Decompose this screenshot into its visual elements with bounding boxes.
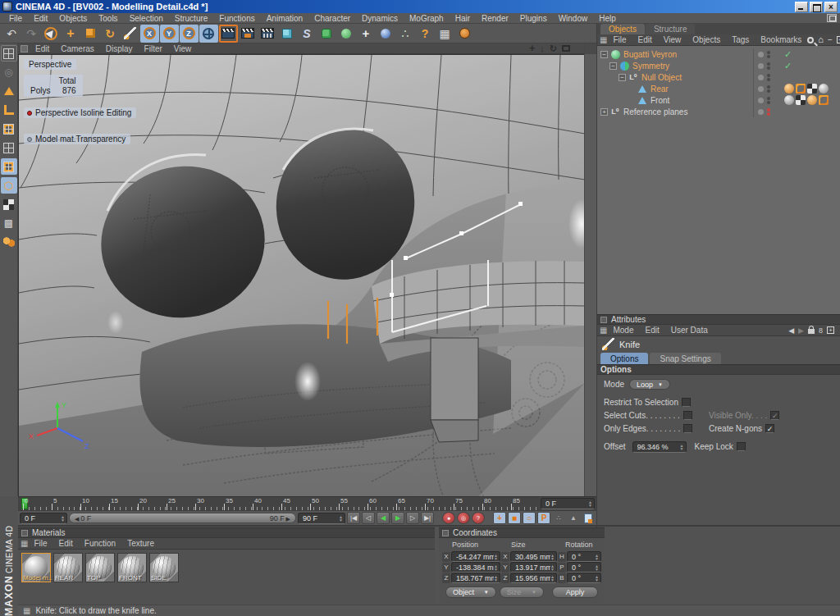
menu-item-functions[interactable]: Functions <box>213 14 260 23</box>
menu-item-animation[interactable]: Animation <box>261 14 308 23</box>
apply-button[interactable]: Apply <box>552 586 598 598</box>
tag-phong[interactable] <box>807 95 817 105</box>
visibility-dots[interactable] <box>753 71 781 83</box>
tree-item-bugatti-veyron[interactable]: −Bugatti Veyron✓ <box>597 48 840 60</box>
history-back-icon[interactable]: ◀ <box>788 326 794 335</box>
expand-toggle-icon[interactable]: + <box>600 108 608 116</box>
viewport-canvas[interactable]: Y X Z Perspective Total Polys876 Perspec… <box>18 54 584 496</box>
position-field-x[interactable]: -54.247 mm▲▼ <box>451 551 500 562</box>
coordinates-panel-icon[interactable] <box>442 530 449 536</box>
size-mode-dropdown[interactable]: Size▼ <box>500 586 544 598</box>
zoom-view-icon[interactable]: ↓ <box>540 44 545 53</box>
position-field-y[interactable]: -138.384 mm▲▼ <box>451 562 500 573</box>
tree-item-front[interactable]: Front <box>597 94 840 106</box>
visibility-dots[interactable] <box>753 94 781 106</box>
texture-mode-button[interactable] <box>1 139 17 156</box>
command-help-button[interactable]: ▦ <box>436 25 454 43</box>
material-thumb-modelm[interactable]: Model m.. <box>21 553 51 582</box>
tab-structure[interactable]: Structure <box>646 24 696 34</box>
layout-button[interactable] <box>1 45 17 62</box>
visibility-dots[interactable] <box>753 60 781 71</box>
current-frame-field[interactable]: 0 F ▲▼ <box>541 498 595 509</box>
autokey-button[interactable]: ◎ <box>457 512 470 524</box>
rotate-button[interactable]: ↻ <box>101 25 120 43</box>
tag-material[interactable] <box>819 84 829 94</box>
rotation-field-b[interactable]: 0 °▲▼ <box>567 573 601 583</box>
collapse-icon[interactable]: − <box>828 36 833 44</box>
menu-item-function[interactable]: Function <box>79 539 121 548</box>
snap-settings-button[interactable] <box>1 234 17 250</box>
option-checkbox[interactable] <box>682 398 691 407</box>
render-visibility-dots[interactable] <box>767 108 770 116</box>
attr-grid-icon[interactable]: ▦ <box>600 326 607 335</box>
new-panel-icon[interactable]: + <box>837 36 840 43</box>
expand-toggle-icon[interactable]: − <box>609 62 617 70</box>
next-frame-button[interactable]: ▷ <box>406 512 419 524</box>
tree-item-reference-planes[interactable]: +L⁰Reference planes <box>597 106 840 117</box>
rotate-view-icon[interactable]: ↻ <box>550 44 557 53</box>
tag-phong[interactable] <box>784 84 794 94</box>
add-environment-button[interactable] <box>377 25 395 43</box>
mdi-restore-icon[interactable] <box>827 14 837 22</box>
menu-item-edit[interactable]: Edit <box>53 539 79 548</box>
menu-item-objects[interactable]: Objects <box>687 35 726 44</box>
menu-item-cameras[interactable]: Cameras <box>55 44 100 53</box>
offset-field[interactable]: 96.346 % ▲▼ <box>632 441 687 453</box>
visibility-dots[interactable] <box>753 48 781 60</box>
key-position-button[interactable]: + <box>493 512 506 524</box>
rotation-field-p[interactable]: 0 °▲▼ <box>567 562 601 573</box>
editor-visibility-dot[interactable] <box>758 52 764 57</box>
mode-dropdown[interactable]: Loop▼ <box>629 379 670 390</box>
menu-item-edit[interactable]: Edit <box>30 44 55 53</box>
menu-item-window[interactable]: Window <box>553 14 594 23</box>
menu-item-objects[interactable]: Objects <box>53 14 93 23</box>
add-deformer-button[interactable] <box>337 25 356 43</box>
tag-selection[interactable] <box>796 84 806 94</box>
tag-material[interactable] <box>784 95 794 105</box>
menu-item-view[interactable]: View <box>168 44 198 53</box>
materials-grid-icon[interactable]: ▦ <box>21 540 28 548</box>
home-icon[interactable]: ⌂ <box>818 35 824 44</box>
maximize-view-icon[interactable] <box>562 45 570 52</box>
deformer-editing-button[interactable]: ◎ <box>1 64 17 80</box>
enabled-check-icon[interactable]: ✓ <box>784 49 792 60</box>
online-help-button[interactable] <box>455 25 474 43</box>
frame-range-slider[interactable]: ◀ 0 F 90 F ▶ <box>69 513 296 523</box>
link-icon[interactable]: 8 <box>819 326 823 335</box>
menu-item-tools[interactable]: Tools <box>93 14 123 23</box>
rotation-field-h[interactable]: 0 °▲▼ <box>567 551 601 562</box>
material-thumb-front[interactable]: FRONT <box>117 553 147 582</box>
points-mode-button[interactable] <box>1 158 17 175</box>
record-keyframe-button[interactable]: ● <box>442 512 455 524</box>
range-start-field[interactable]: 0 F ▲▼ <box>20 513 67 524</box>
new-attr-manager-icon[interactable]: + <box>827 326 834 334</box>
menu-item-bookmarks[interactable]: Bookmarks <box>755 35 807 44</box>
current-tool-knife-button[interactable] <box>121 25 139 43</box>
history-forward-icon[interactable]: ▶ <box>798 326 804 335</box>
menu-item-selection[interactable]: Selection <box>124 14 169 23</box>
menu-item-mograph[interactable]: MoGraph <box>404 14 450 23</box>
help-button[interactable]: ? <box>416 25 435 43</box>
timeline-ruler[interactable]: 051015202530354045505560657075808590 0 F… <box>18 496 596 510</box>
key-scale-button[interactable]: ■ <box>508 512 521 524</box>
render-view-button[interactable] <box>219 25 238 43</box>
menu-item-edit[interactable]: Edit <box>28 14 53 23</box>
make-editable-button[interactable] <box>1 83 17 99</box>
key-pla-button[interactable]: ∴ <box>552 512 565 524</box>
expand-toggle-icon[interactable]: − <box>619 74 626 81</box>
editor-visibility-dot[interactable] <box>758 86 764 92</box>
texture-axis-mode-button[interactable] <box>1 121 17 137</box>
live-selection-button[interactable] <box>42 25 61 43</box>
scale-button[interactable] <box>81 25 100 43</box>
menu-item-structure[interactable]: Structure <box>169 14 214 23</box>
menu-item-user-data[interactable]: User Data <box>665 326 714 335</box>
option-checkbox[interactable] <box>765 424 774 433</box>
go-to-start-button[interactable]: |◀ <box>347 512 360 524</box>
transparency-toggle[interactable]: Model mat.Transparency <box>24 134 130 144</box>
tab-snap-settings[interactable]: Snap Settings <box>650 353 720 364</box>
lock-icon[interactable] <box>808 329 815 334</box>
add-generator-button[interactable] <box>317 25 336 43</box>
object-axis-button[interactable]: ▩ <box>1 215 17 231</box>
material-thumb-rear[interactable]: REAR <box>53 553 83 582</box>
menu-item-character[interactable]: Character <box>308 14 356 23</box>
